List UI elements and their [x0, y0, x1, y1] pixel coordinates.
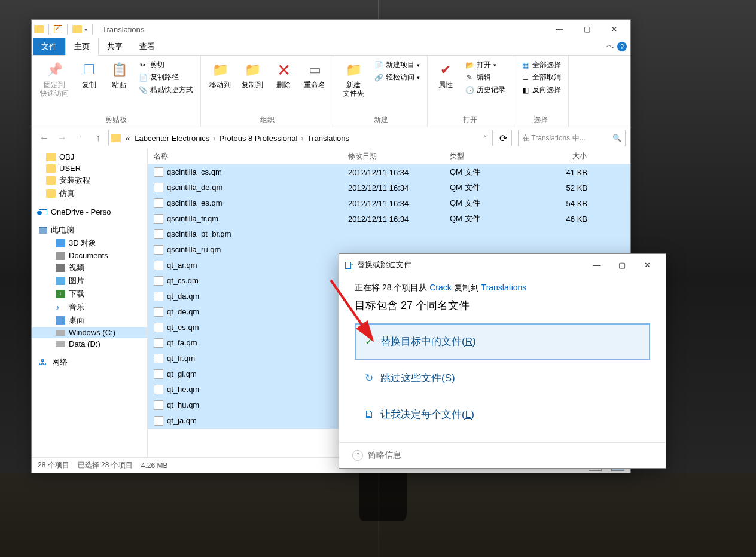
decide-label-pre: 让我决定每个文件(	[380, 409, 465, 420]
copyto-label: 复制到	[242, 81, 263, 89]
status-size: 4.26 MB	[141, 461, 168, 470]
collapse-ribbon-icon[interactable]: へ	[606, 41, 614, 51]
network-icon: 🖧	[39, 358, 48, 366]
tree-item-label[interactable]: OBJ	[59, 152, 74, 161]
tree-item-label[interactable]: 网络	[52, 357, 68, 368]
moveto-button[interactable]: 📁移动到	[206, 59, 234, 90]
decide-option[interactable]: 🗎 让我决定每个文件(L)	[355, 396, 650, 433]
tab-view[interactable]: 查看	[131, 38, 163, 55]
tree-item-label[interactable]: 图片	[69, 276, 84, 286]
paste-label: 粘贴	[112, 81, 126, 89]
tree-item-label[interactable]: OneDrive - Perso	[51, 207, 111, 216]
dialog-minimize-button[interactable]: —	[584, 256, 609, 274]
less-info-label[interactable]: 简略信息	[368, 450, 401, 461]
breadcrumb-item[interactable]: Translations	[305, 134, 352, 143]
forward-button[interactable]: →	[54, 130, 70, 146]
column-headers[interactable]: 名称 修改日期 类型 大小	[148, 149, 630, 164]
tree-item-label[interactable]: Windows (C:)	[69, 328, 115, 337]
file-icon	[154, 307, 163, 317]
file-row[interactable]: qscintilla_fr.qm2012/12/11 16:34QM 文件46 …	[148, 211, 630, 227]
invertsel-label: 反向选择	[532, 85, 561, 95]
dialog-source-link[interactable]: Crack	[429, 283, 452, 292]
newfolder-button[interactable]: 📁新建 文件夹	[339, 59, 368, 99]
file-row[interactable]: qscintilla_pt_br.qm	[148, 227, 630, 242]
tree-item-label[interactable]: 仿真	[59, 188, 75, 199]
properties-button[interactable]: ✔属性	[432, 59, 459, 90]
tree-item-label[interactable]: 桌面	[69, 315, 84, 326]
open-button[interactable]: 📂打开▾	[462, 59, 508, 71]
pasteshortcut-button[interactable]: 📎粘贴快捷方式	[136, 84, 196, 96]
nav-tree[interactable]: OBJ USER 安装教程 仿真 OneDrive - Perso 此电脑 3D…	[32, 149, 148, 457]
file-row[interactable]: qscintilla_cs.qm2012/12/11 16:34QM 文件41 …	[148, 164, 630, 180]
close-button[interactable]: ✕	[600, 20, 628, 38]
breadcrumb-dropdown-icon[interactable]: ˅	[483, 134, 490, 143]
col-size[interactable]: 大小	[534, 151, 593, 161]
tree-item-label[interactable]: 3D 对象	[69, 238, 96, 249]
breadcrumb-item[interactable]: Proteus 8 Professional	[217, 134, 300, 143]
open-label: 打开	[477, 60, 491, 70]
search-input[interactable]: 在 Translations 中... 🔍	[518, 130, 626, 146]
file-icon	[154, 400, 163, 410]
dialog-maximize-button[interactable]: ▢	[609, 256, 635, 274]
file-row[interactable]: qscintilla_es.qm2012/12/11 16:34QM 文件54 …	[148, 195, 630, 211]
history-button[interactable]: 🕓历史记录	[462, 84, 508, 96]
drive-icon	[56, 341, 65, 347]
copy-button[interactable]: ❐复制	[76, 59, 102, 90]
dialog-close-button[interactable]: ✕	[635, 256, 660, 274]
tree-item-label[interactable]: 此电脑	[51, 225, 74, 235]
newfolder-label: 新建 文件夹	[343, 81, 364, 97]
file-row[interactable]: qscintilla_de.qm2012/12/11 16:34QM 文件52 …	[148, 180, 630, 195]
skip-label-post: )	[452, 372, 455, 384]
tab-home[interactable]: 主页	[65, 38, 99, 56]
up-button[interactable]: ↑	[90, 130, 106, 146]
chevron-right-icon[interactable]: ›	[212, 134, 217, 143]
newitem-button[interactable]: 📄新建项目▾	[371, 59, 422, 71]
file-icon	[154, 229, 163, 239]
tree-item-label[interactable]: 视频	[69, 262, 84, 273]
tree-item-label[interactable]: Data (D:)	[69, 339, 100, 348]
dialog-footer: ˅ 简略信息	[339, 442, 666, 468]
help-icon[interactable]: ?	[617, 42, 627, 51]
selectnone-button[interactable]: ☐全部取消	[518, 72, 563, 83]
chevron-down-icon[interactable]: ˅	[352, 450, 363, 461]
back-button[interactable]: ←	[36, 130, 52, 146]
tab-file[interactable]: 文件	[33, 38, 65, 55]
chevron-right-icon[interactable]: ›	[300, 134, 304, 143]
cut-button[interactable]: ✂剪切	[136, 59, 196, 71]
file-icon	[154, 338, 163, 348]
col-type[interactable]: 类型	[444, 151, 534, 161]
selectall-button[interactable]: ▦全部选择	[518, 59, 563, 71]
maximize-button[interactable]: ▢	[573, 20, 600, 38]
copypath-button[interactable]: 📄复制路径	[136, 72, 196, 83]
status-selected: 已选择 28 个项目	[78, 460, 133, 470]
replace-skip-dialog: 替换或跳过文件 — ▢ ✕ 正在将 28 个项目从 Crack 复制到 Tran…	[339, 253, 666, 469]
file-icon	[154, 416, 163, 426]
breadcrumb[interactable]: « Labcenter Electronics › Proteus 8 Prof…	[108, 130, 493, 146]
easyaccess-button[interactable]: 🔗轻松访问▾	[371, 72, 422, 83]
rename-button[interactable]: ▭重命名	[300, 59, 329, 90]
delete-button[interactable]: ✕删除	[270, 59, 297, 90]
breadcrumb-item[interactable]: Labcenter Electronics	[132, 134, 212, 143]
properties-qat-icon[interactable]	[54, 25, 62, 33]
refresh-button[interactable]: ⟳	[495, 130, 512, 146]
tab-share[interactable]: 共享	[99, 38, 131, 55]
col-name[interactable]: 名称	[148, 151, 342, 161]
minimize-button[interactable]: —	[545, 20, 573, 38]
recent-dropdown[interactable]: ˅	[72, 130, 88, 146]
tree-item-label[interactable]: 音乐	[69, 302, 84, 313]
breadcrumb-prefix[interactable]: «	[123, 134, 132, 143]
col-date[interactable]: 修改日期	[342, 151, 444, 161]
replace-option[interactable]: ✓ 替换目标中的文件(R)	[355, 323, 650, 360]
pin-quickaccess-button[interactable]: 📌固定到 快速访问	[36, 59, 72, 99]
tree-item-label[interactable]: USER	[59, 164, 81, 173]
tree-item-label[interactable]: Documents	[69, 251, 108, 260]
paste-button[interactable]: 📋粘贴	[106, 59, 132, 90]
edit-button[interactable]: ✎编辑	[462, 72, 508, 83]
skip-option[interactable]: ↻ 跳过这些文件(S)	[355, 360, 650, 396]
qat-dropdown-icon[interactable]: ▾	[84, 26, 87, 33]
tree-item-label[interactable]: 安装教程	[59, 175, 90, 186]
invertselection-button[interactable]: ◧反向选择	[518, 84, 563, 96]
copyto-button[interactable]: 📁复制到	[238, 59, 267, 90]
dialog-dest-link[interactable]: Translations	[481, 283, 527, 292]
tree-item-label[interactable]: 下载	[69, 289, 84, 299]
